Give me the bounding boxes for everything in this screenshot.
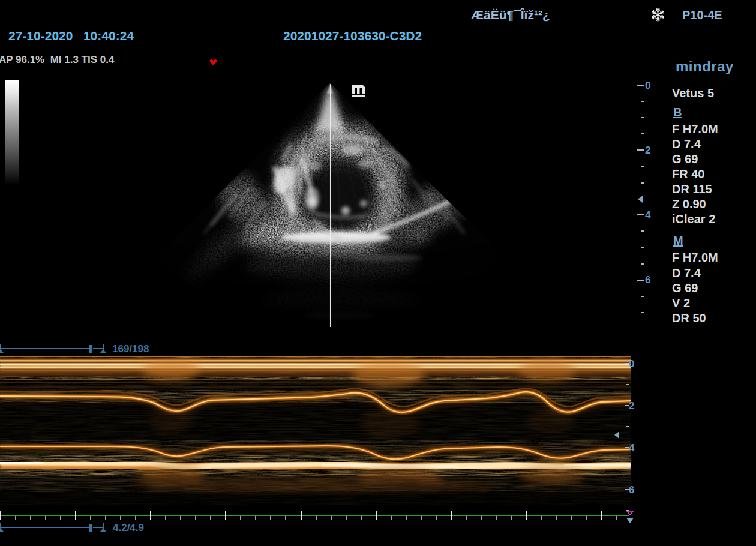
svg-text:2: 2 [629,400,634,412]
svg-text:4: 4 [629,442,635,454]
svg-text:4: 4 [645,209,651,221]
svg-text:6: 6 [645,274,650,286]
svg-text:0: 0 [645,80,650,91]
svg-text:169/198: 169/198 [112,343,149,355]
svg-text:0: 0 [629,358,634,370]
svg-text:2: 2 [645,145,650,156]
svg-text:6: 6 [629,484,634,496]
